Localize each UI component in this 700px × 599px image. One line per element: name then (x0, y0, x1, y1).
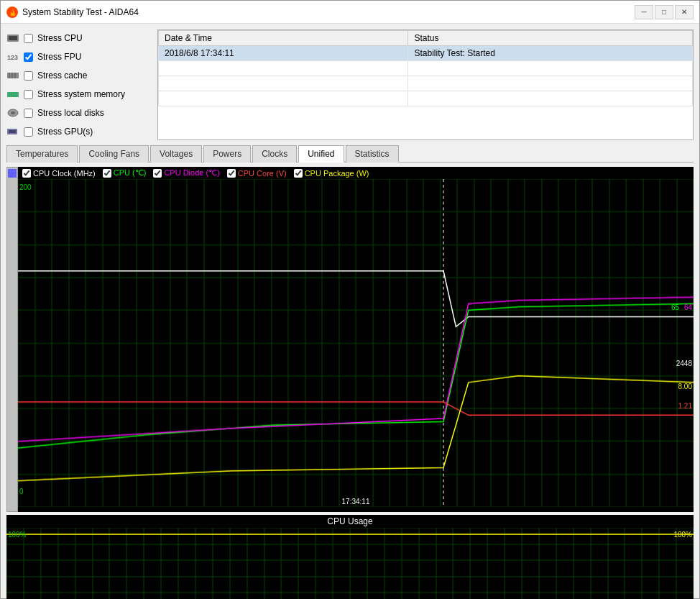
y-label-0: 0 (19, 488, 24, 495)
gpu-icon (6, 127, 19, 137)
log-status: Stability Test: Started (408, 46, 693, 61)
val-800: 8.00 (678, 383, 692, 390)
stress-cpu-row: Stress CPU (6, 29, 150, 47)
legend-cpu-package-checkbox[interactable] (294, 169, 303, 178)
table-row (159, 61, 693, 76)
stress-memory-checkbox[interactable] (24, 90, 33, 99)
stress-cache-row: Stress cache (6, 67, 150, 84)
usage-y-top: 100% (8, 531, 27, 539)
minimize-button[interactable]: ─ (635, 5, 653, 19)
legend-cpu-clock-label: CPU Clock (MHz) (33, 169, 96, 178)
fpu-icon: 123 (6, 52, 19, 62)
legend-cpu-temp: CPU (℃) (103, 168, 147, 178)
legend-cpu-diode: CPU Diode (℃) (153, 168, 219, 178)
stress-cpu-label: Stress CPU (37, 33, 83, 43)
memory-icon (6, 89, 19, 99)
tab-clocks[interactable]: Clocks (252, 145, 297, 163)
window-controls: ─ □ ✕ (635, 5, 694, 19)
charts-area: CPU Clock (MHz) CPU (℃) CPU Diode (℃) (6, 167, 694, 599)
table-row (159, 91, 693, 106)
app-icon (6, 6, 18, 18)
val-2448: 2448 (676, 360, 692, 367)
legend-cpu-temp-checkbox[interactable] (103, 169, 111, 178)
legend-cpu-clock: CPU Clock (MHz) (22, 169, 96, 178)
svg-rect-16 (9, 130, 16, 133)
stress-cpu-checkbox[interactable] (24, 34, 33, 43)
cpu-chart-section: CPU Clock (MHz) CPU (℃) CPU Diode (℃) (6, 167, 694, 512)
legend-cpu-temp-label: CPU (℃) (114, 168, 147, 178)
stress-memory-row: Stress system memory (6, 86, 150, 103)
close-button[interactable]: ✕ (675, 5, 694, 19)
legend-cpu-diode-checkbox[interactable] (153, 169, 162, 178)
stress-gpu-label: Stress GPU(s) (37, 127, 93, 137)
val-121: 1.21 (678, 402, 692, 410)
stress-gpu-row: Stress GPU(s) (6, 123, 150, 140)
legend-cpu-package: CPU Package (W) (294, 169, 369, 178)
stress-gpu-checkbox[interactable] (24, 127, 33, 137)
disk-icon (6, 108, 19, 118)
table-row[interactable]: 2018/6/8 17:34:11 Stability Test: Starte… (159, 46, 693, 61)
cpu-chart-canvas (18, 179, 694, 507)
legend-cpu-package-label: CPU Package (W) (305, 169, 369, 178)
stress-fpu-checkbox[interactable] (24, 52, 33, 62)
svg-point-14 (11, 111, 15, 114)
window-title: System Stability Test - AIDA64 (22, 7, 635, 17)
cpu-usage-chart: CPU Usage 100% 0% 100% (6, 515, 694, 599)
legend-cpu-core-checkbox[interactable] (227, 169, 236, 178)
y-label-200: 200 (19, 183, 32, 191)
stress-disks-row: Stress local disks (6, 104, 150, 122)
chart-legend: CPU Clock (MHz) CPU (℃) CPU Diode (℃) (18, 167, 694, 179)
tab-unified[interactable]: Unified (298, 145, 344, 163)
legend-cpu-core-label: CPU Core (V) (238, 169, 287, 178)
tab-cooling-fans[interactable]: Cooling Fans (79, 145, 149, 163)
cpu-usage-title: CPU Usage (6, 515, 694, 528)
cpu-chart-canvas-area: 200 0 17:34:11 64 65 2448 8.00 1.21 (18, 179, 694, 507)
stress-fpu-label: Stress FPU (37, 52, 81, 62)
legend-cpu-core: CPU Core (V) (227, 169, 287, 178)
maximize-button[interactable]: □ (655, 5, 673, 19)
svg-rect-8 (7, 92, 19, 97)
stress-disks-checkbox[interactable] (24, 109, 33, 118)
log-table: Date & Time Status 2018/6/8 17:34:11 Sta… (157, 29, 694, 140)
col-status: Status (408, 31, 693, 46)
cpu-usage-canvas (6, 528, 694, 599)
cpu-chart: CPU Clock (MHz) CPU (℃) CPU Diode (℃) (18, 167, 694, 512)
cpu-usage-canvas-area: 100% 0% 100% (6, 528, 694, 599)
main-window: System Stability Test - AIDA64 ─ □ ✕ Str… (0, 0, 700, 599)
svg-rect-2 (9, 36, 17, 40)
cache-icon (6, 70, 19, 81)
legend-cpu-diode-label: CPU Diode (℃) (164, 168, 219, 178)
stress-disks-label: Stress local disks (37, 108, 104, 118)
title-bar: System Stability Test - AIDA64 ─ □ ✕ (1, 1, 699, 24)
log-datetime: 2018/6/8 17:34:11 (159, 46, 408, 61)
stress-cache-label: Stress cache (37, 70, 87, 81)
top-section: Stress CPU 123 Stress FPU Stress cache S… (6, 29, 694, 140)
svg-rect-4 (7, 73, 19, 78)
content-area: Stress CPU 123 Stress FPU Stress cache S… (1, 24, 699, 599)
stress-cache-checkbox[interactable] (24, 71, 33, 81)
val-64: 64 (684, 303, 692, 311)
time-label: 17:34:11 (342, 498, 370, 506)
cpu-icon (6, 33, 19, 43)
val-65: 65 (671, 303, 679, 311)
tab-voltages[interactable]: Voltages (150, 145, 202, 163)
stress-fpu-row: 123 Stress FPU (6, 48, 150, 65)
table-row (159, 76, 693, 91)
tab-statistics[interactable]: Statistics (346, 145, 399, 163)
svg-text:123: 123 (7, 54, 18, 61)
legend-cpu-clock-checkbox[interactable] (22, 169, 31, 178)
col-datetime: Date & Time (159, 31, 408, 46)
stress-options-panel: Stress CPU 123 Stress FPU Stress cache S… (6, 29, 150, 140)
stress-memory-label: Stress system memory (37, 89, 125, 99)
tab-powers[interactable]: Powers (203, 145, 251, 163)
usage-value-right: 100% (673, 531, 692, 539)
tabs-bar: Temperatures Cooling Fans Voltages Power… (6, 145, 694, 163)
tab-temperatures[interactable]: Temperatures (6, 145, 78, 163)
